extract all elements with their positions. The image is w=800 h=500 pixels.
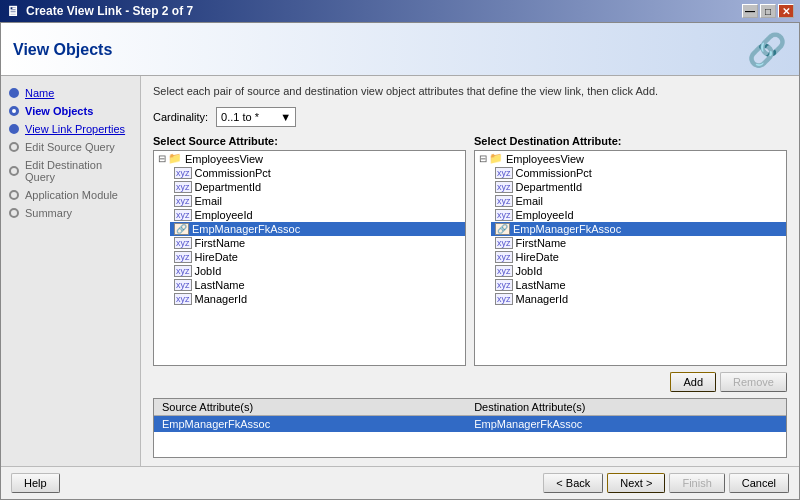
nav-dot-summary [9,208,19,218]
attr-icon: xyz [495,195,513,207]
attr-selectors: Select Source Attribute: ⊟ 📁 EmployeesVi… [153,135,787,366]
attr-icon: xyz [174,181,192,193]
cancel-button[interactable]: Cancel [729,473,789,493]
list-item[interactable]: xyz JobId [491,264,786,278]
list-item[interactable]: 🔗 EmpManagerFkAssoc [170,222,465,236]
list-item[interactable]: xyz ManagerId [170,292,465,306]
dialog-body: Name View Objects View Link Properties E… [1,76,799,466]
list-item[interactable]: xyz CommissionPct [491,166,786,180]
add-button[interactable]: Add [670,372,716,392]
sidebar-item-application-module: Application Module [1,186,140,204]
attr-icon: xyz [174,279,192,291]
cardinality-select[interactable]: 0..1 to * ▼ [216,107,296,127]
list-item[interactable]: xyz HireDate [170,250,465,264]
list-item[interactable]: xyz EmployeeId [491,208,786,222]
link-icon: 🔗 [174,223,189,235]
attr-icon: xyz [174,293,192,305]
source-panel-label: Select Source Attribute: [153,135,466,147]
source-root-node[interactable]: ⊟ 📁 EmployeesView [154,151,465,166]
source-tree-items: xyz CommissionPct xyz DepartmentId xyz E… [170,166,465,306]
mapping-table: Source Attribute(s) Destination Attribut… [154,399,786,432]
list-item[interactable]: xyz LastName [170,278,465,292]
dest-attr-panel: Select Destination Attribute: ⊟ 📁 Employ… [474,135,787,366]
list-item[interactable]: xyz DepartmentId [170,180,465,194]
attr-icon: xyz [495,293,513,305]
dialog-footer: Help < Back Next > Finish Cancel [1,466,799,499]
cardinality-row: Cardinality: 0..1 to * ▼ [153,107,787,127]
chevron-down-icon: ▼ [280,111,291,123]
footer-nav-buttons: < Back Next > Finish Cancel [543,473,789,493]
mapping-table-container: Source Attribute(s) Destination Attribut… [153,398,787,458]
sidebar-item-view-link-properties[interactable]: View Link Properties [1,120,140,138]
sidebar-item-edit-dest-query: Edit Destination Query [1,156,140,186]
remove-button[interactable]: Remove [720,372,787,392]
attr-icon: xyz [495,265,513,277]
back-button[interactable]: < Back [543,473,603,493]
nav-dot-view-objects [9,106,19,116]
dest-attr-value: EmpManagerFkAssoc [466,416,786,433]
attr-icon: xyz [495,209,513,221]
list-item[interactable]: 🔗 EmpManagerFkAssoc [491,222,786,236]
sidebar-item-edit-source-query: Edit Source Query [1,138,140,156]
attr-icon: xyz [495,181,513,193]
dest-collapse-icon[interactable]: ⊟ [479,153,487,164]
attr-icon: xyz [174,251,192,263]
list-item[interactable]: xyz JobId [170,264,465,278]
dest-panel-label: Select Destination Attribute: [474,135,787,147]
dialog: View Objects 🔗 Name View Objects View Li… [0,22,800,500]
link-icon: 🔗 [495,223,510,235]
header-icon: 🔗 [747,31,787,69]
title-bar-icon: 🖥 [6,3,20,19]
attr-icon: xyz [174,209,192,221]
list-item[interactable]: xyz ManagerId [491,292,786,306]
dialog-header: View Objects 🔗 [1,23,799,76]
content-panel: Select each pair of source and destinati… [141,76,799,466]
list-item[interactable]: xyz DepartmentId [491,180,786,194]
list-item[interactable]: xyz Email [491,194,786,208]
nav-dot-am [9,190,19,200]
close-button[interactable]: ✕ [778,4,794,18]
title-bar-controls: — □ ✕ [742,4,794,18]
dest-tree[interactable]: ⊟ 📁 EmployeesView xyz CommissionPct xyz [474,150,787,366]
source-attr-panel: Select Source Attribute: ⊟ 📁 EmployeesVi… [153,135,466,366]
list-item[interactable]: xyz HireDate [491,250,786,264]
dest-folder-icon: 📁 [489,152,503,165]
help-button[interactable]: Help [11,473,60,493]
cardinality-label: Cardinality: [153,111,208,123]
next-button[interactable]: Next > [607,473,665,493]
attr-icon: xyz [174,237,192,249]
attr-icon: xyz [174,167,192,179]
nav-dot-esq [9,142,19,152]
nav-dot-edq [9,166,19,176]
attr-icon: xyz [495,167,513,179]
table-row[interactable]: EmpManagerFkAssoc EmpManagerFkAssoc [154,416,786,433]
title-bar-title: Create View Link - Step 2 of 7 [26,4,193,18]
nav-panel: Name View Objects View Link Properties E… [1,76,141,466]
list-item[interactable]: xyz CommissionPct [170,166,465,180]
maximize-button[interactable]: □ [760,4,776,18]
list-item[interactable]: xyz FirstName [170,236,465,250]
action-buttons: Add Remove [153,372,787,392]
col-source: Source Attribute(s) [154,399,466,416]
title-bar: 🖥 Create View Link - Step 2 of 7 — □ ✕ [0,0,800,22]
attr-icon: xyz [495,251,513,263]
minimize-button[interactable]: — [742,4,758,18]
attr-icon: xyz [495,237,513,249]
list-item[interactable]: xyz EmployeeId [170,208,465,222]
dest-tree-items: xyz CommissionPct xyz DepartmentId xyz E… [491,166,786,306]
source-tree[interactable]: ⊟ 📁 EmployeesView xyz CommissionPct xyz [153,150,466,366]
sidebar-item-summary: Summary [1,204,140,222]
list-item[interactable]: xyz FirstName [491,236,786,250]
source-collapse-icon[interactable]: ⊟ [158,153,166,164]
instruction-text: Select each pair of source and destinati… [153,84,787,99]
list-item[interactable]: xyz LastName [491,278,786,292]
list-item[interactable]: xyz Email [170,194,465,208]
nav-dot-vlp [9,124,19,134]
source-folder-icon: 📁 [168,152,182,165]
dest-root-node[interactable]: ⊟ 📁 EmployeesView [475,151,786,166]
sidebar-item-view-objects[interactable]: View Objects [1,102,140,120]
finish-button[interactable]: Finish [669,473,724,493]
sidebar-item-name[interactable]: Name [1,84,140,102]
source-attr-value: EmpManagerFkAssoc [154,416,466,433]
col-dest: Destination Attribute(s) [466,399,786,416]
